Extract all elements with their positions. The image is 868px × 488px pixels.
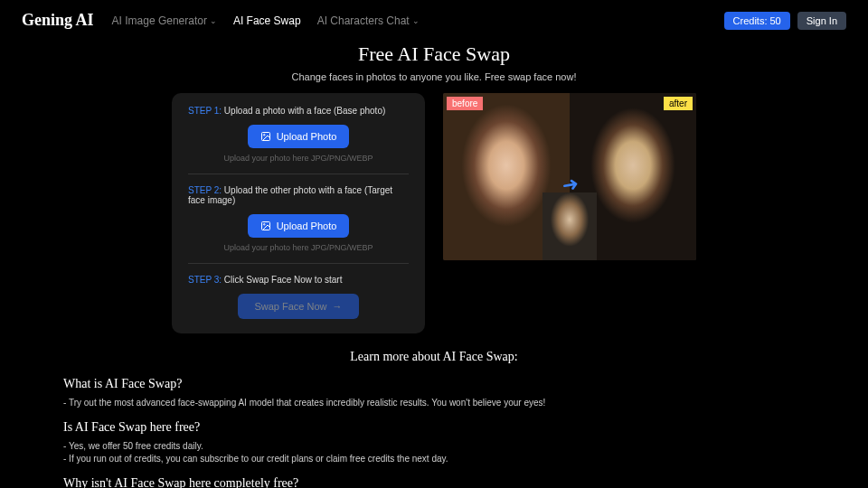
step-text: Click Swap Face Now to start [224,275,343,285]
after-tag: after [664,97,693,110]
question: What is AI Face Swap? [63,377,805,391]
upload-hint: Upload your photo here JPG/PNG/WEBP [188,154,409,163]
header-right: Credits: 50 Sign In [724,12,846,30]
step-1: STEP 1: Upload a photo with a face (Base… [188,106,409,174]
step-number: STEP 2: [188,185,222,195]
nav: AI Image Generator ⌄ AI Face Swap AI Cha… [112,14,420,27]
learn-section: Learn more about AI Face Swap: What is A… [0,333,868,488]
qa-block: Is AI Face Swap here free? - Yes, we off… [63,420,805,464]
source-face [542,192,597,260]
step-2: STEP 2: Upload the other photo with a fa… [188,185,409,264]
swap-face-button[interactable]: Swap Face Now → [238,294,358,319]
nav-characters-chat[interactable]: AI Characters Chat ⌄ [317,14,420,27]
nav-face-swap[interactable]: AI Face Swap [233,14,301,27]
upload-base-button[interactable]: Upload Photo [248,125,350,148]
arrow-right-icon: → [333,301,343,312]
chevron-down-icon: ⌄ [210,16,217,25]
nav-image-generator[interactable]: AI Image Generator ⌄ [112,14,217,27]
upload-target-button[interactable]: Upload Photo [248,214,350,238]
nav-label: AI Face Swap [233,14,301,27]
svg-point-3 [263,224,265,226]
qa-block: What is AI Face Swap? - Try out the most… [63,377,805,408]
question: Why isn't AI Face Swap here completely f… [63,476,805,488]
nav-label: AI Image Generator [112,14,207,27]
nav-label: AI Characters Chat [317,14,410,27]
answer: - Yes, we offer 50 free credits daily. [63,441,805,451]
credits-button[interactable]: Credits: 50 [724,12,790,30]
step-label: STEP 1: Upload a photo with a face (Base… [188,106,409,116]
steps-card: STEP 1: Upload a photo with a face (Base… [172,93,425,333]
button-label: Upload Photo [277,221,337,231]
svg-point-1 [263,135,265,136]
learn-title: Learn more about AI Face Swap: [63,350,805,364]
arrow-icon: ➜ [560,172,580,198]
step-label: STEP 3: Click Swap Face Now to start [188,275,409,285]
image-icon [260,221,271,231]
button-label: Swap Face Now [254,301,326,312]
button-label: Upload Photo [277,131,337,142]
signin-button[interactable]: Sign In [797,12,846,30]
question: Is AI Face Swap here free? [63,420,805,435]
image-icon [260,131,271,142]
header: Gening AI AI Image Generator ⌄ AI Face S… [0,0,868,41]
upload-hint: Upload your photo here JPG/PNG/WEBP [188,243,409,252]
step-text: Upload a photo with a face (Base photo) [224,106,385,116]
answer: - If you run out of credits, you can sub… [63,454,805,464]
answer: - Try out the most advanced face-swappin… [63,398,805,408]
preview-image: before after ➜ [443,93,696,260]
logo[interactable]: Gening AI [22,11,94,30]
page-title: Free AI Face Swap [0,42,868,66]
before-tag: before [447,97,483,110]
chevron-down-icon: ⌄ [412,16,420,25]
step-number: STEP 1: [188,106,222,116]
step-label: STEP 2: Upload the other photo with a fa… [188,185,409,205]
step-number: STEP 3: [188,275,222,285]
qa-block: Why isn't AI Face Swap here completely f… [63,476,805,488]
main: STEP 1: Upload a photo with a face (Base… [0,82,868,333]
step-3: STEP 3: Click Swap Face Now to start Swa… [188,275,409,319]
page-subtitle: Change faces in photos to anyone you lik… [0,71,868,82]
